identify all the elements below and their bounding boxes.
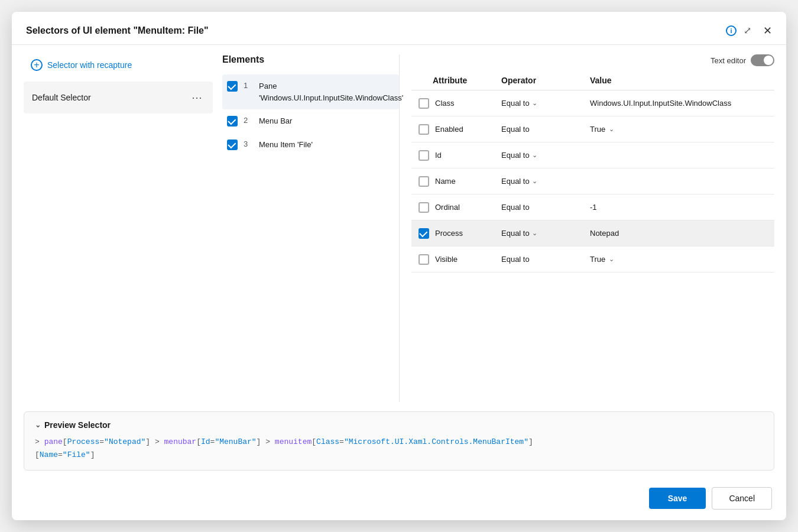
operator-select[interactable]: Equal to ⌄ bbox=[501, 151, 576, 160]
attr-name: Id bbox=[435, 151, 442, 160]
value-column-header: Value bbox=[583, 71, 774, 90]
preview-header[interactable]: ⌄ Preview Selector bbox=[35, 420, 763, 430]
value-with-dropdown[interactable]: True⌄ bbox=[590, 125, 767, 134]
attr-operator-cell: Equal to bbox=[494, 246, 583, 273]
close-icon[interactable]: ✕ bbox=[761, 23, 774, 38]
attr-operator-cell: Equal to bbox=[494, 194, 583, 220]
code-bracket3: [ bbox=[196, 437, 201, 446]
attr-checkbox-0[interactable] bbox=[419, 98, 429, 109]
attributes-table: Attribute Operator Value Class bbox=[411, 71, 774, 273]
attr-name-cell: Id bbox=[411, 142, 494, 168]
value-text: True bbox=[590, 255, 605, 264]
value-text: Notepad bbox=[590, 229, 619, 238]
code-bracket4: ] bbox=[257, 437, 261, 446]
attr-value-cell bbox=[583, 142, 774, 168]
code-gt3: > bbox=[265, 437, 270, 446]
attr-operator-cell: Equal to bbox=[494, 116, 583, 142]
attr-value-cell: True⌄ bbox=[583, 246, 774, 273]
code-file: "File" bbox=[63, 450, 90, 459]
attr-name-cell: Ordinal bbox=[411, 194, 494, 220]
attr-checkbox-5[interactable] bbox=[419, 228, 429, 239]
operator-chevron: ⌄ bbox=[532, 99, 537, 107]
attr-name: Class bbox=[435, 99, 455, 108]
attribute-row[interactable]: Visible Equal to True⌄ bbox=[411, 246, 774, 273]
attr-operator-cell: Equal to ⌄ bbox=[494, 90, 583, 116]
attr-checkbox-3[interactable] bbox=[419, 176, 429, 187]
value-text: True bbox=[590, 125, 605, 134]
code-bracket7: [ bbox=[35, 450, 40, 459]
attr-value-cell: Notepad bbox=[583, 220, 774, 246]
left-panel: + Selector with recapture Default Select… bbox=[24, 54, 213, 402]
operator-value: Equal to bbox=[501, 99, 530, 108]
attr-checkbox-6[interactable] bbox=[419, 254, 429, 265]
operator-chevron: ⌄ bbox=[532, 151, 537, 159]
selector-item[interactable]: Default Selector ⋯ bbox=[24, 84, 213, 111]
expand-icon[interactable]: ⤢ bbox=[741, 22, 754, 38]
element-checkbox-2[interactable] bbox=[227, 140, 238, 150]
operator-value: Equal to bbox=[501, 151, 530, 160]
code-eq1: = bbox=[99, 437, 104, 446]
operator-select[interactable]: Equal to ⌄ bbox=[501, 177, 576, 186]
code-bracket1: [ bbox=[63, 437, 67, 446]
attr-name-cell: Enabled bbox=[411, 116, 494, 142]
value-with-dropdown[interactable]: True⌄ bbox=[590, 255, 767, 264]
attr-name-cell: Visible bbox=[411, 246, 494, 273]
operator-value: Equal to bbox=[501, 229, 530, 238]
dialog-title: Selectors of UI element "MenuItem: File" bbox=[26, 25, 718, 36]
attribute-row[interactable]: Id Equal to ⌄ bbox=[411, 142, 774, 168]
operator-column-header: Operator bbox=[494, 71, 583, 90]
operator-chevron: ⌄ bbox=[532, 177, 537, 185]
attr-checkbox-4[interactable] bbox=[419, 202, 429, 213]
attribute-row[interactable]: Ordinal Equal to -1 bbox=[411, 194, 774, 220]
value-text: -1 bbox=[590, 203, 597, 212]
element-item[interactable]: 2 Menu Bar bbox=[222, 109, 399, 133]
code-id: Id bbox=[201, 437, 210, 446]
elements-header: Elements bbox=[222, 54, 399, 67]
save-button[interactable]: Save bbox=[649, 488, 706, 509]
attribute-row[interactable]: Name Equal to ⌄ bbox=[411, 168, 774, 194]
add-selector-label: Selector with recapture bbox=[47, 60, 132, 70]
middle-panel: Elements 1 Pane 'Windows.UI.Input.InputS… bbox=[222, 54, 400, 402]
attr-checkbox-1[interactable] bbox=[419, 124, 429, 135]
attribute-row[interactable]: Class Equal to ⌄ Windows.UI.Input.InputS… bbox=[411, 90, 774, 116]
element-label: Menu Item 'File' bbox=[259, 139, 313, 151]
value-chevron: ⌄ bbox=[609, 255, 614, 263]
code-menubar: menubar bbox=[164, 437, 197, 446]
code-menuitem: menuitem bbox=[275, 437, 312, 446]
value-chevron: ⌄ bbox=[609, 125, 614, 133]
operator-select[interactable]: Equal to ⌄ bbox=[501, 99, 576, 108]
attr-checkbox-2[interactable] bbox=[419, 150, 429, 161]
attr-name: Name bbox=[435, 177, 456, 186]
element-item[interactable]: 3 Menu Item 'File' bbox=[222, 133, 399, 157]
dialog-header: Selectors of UI element "MenuItem: File"… bbox=[12, 12, 786, 45]
element-number: 2 bbox=[244, 115, 253, 125]
attr-operator-cell: Equal to ⌄ bbox=[494, 142, 583, 168]
element-number: 3 bbox=[244, 139, 253, 148]
attribute-row[interactable]: Enabled Equal to True⌄ bbox=[411, 116, 774, 142]
element-checkbox-0[interactable] bbox=[227, 81, 238, 92]
selector-list: Default Selector ⋯ bbox=[24, 82, 213, 113]
element-label: Menu Bar bbox=[259, 115, 292, 127]
text-editor-label: Text editor bbox=[711, 56, 746, 65]
element-label: Pane 'Windows.UI.Input.InputSite.WindowC… bbox=[259, 80, 403, 103]
more-options-icon[interactable]: ⋯ bbox=[189, 90, 205, 105]
code-eq4: = bbox=[58, 450, 63, 459]
text-editor-toggle[interactable] bbox=[751, 54, 774, 66]
right-header: Text editor bbox=[411, 54, 774, 66]
element-item[interactable]: 1 Pane 'Windows.UI.Input.InputSite.Windo… bbox=[222, 74, 399, 109]
add-selector-button[interactable]: + Selector with recapture bbox=[24, 54, 213, 76]
element-checkbox-1[interactable] bbox=[227, 116, 238, 126]
cancel-button[interactable]: Cancel bbox=[712, 487, 772, 510]
attr-value-cell: True⌄ bbox=[583, 116, 774, 142]
attr-name: Visible bbox=[435, 255, 458, 264]
info-icon[interactable]: i bbox=[726, 25, 737, 36]
code-bracket2: ] bbox=[145, 437, 150, 446]
operator-chevron: ⌄ bbox=[532, 229, 537, 237]
dialog-body: + Selector with recapture Default Select… bbox=[12, 45, 786, 411]
attribute-row[interactable]: Process Equal to ⌄ Notepad bbox=[411, 220, 774, 246]
code-menubar-val: "MenuBar" bbox=[215, 437, 256, 446]
operator-value: Equal to bbox=[501, 203, 530, 212]
operator-select[interactable]: Equal to ⌄ bbox=[501, 229, 576, 238]
toggle-knob bbox=[764, 56, 773, 65]
attr-name: Ordinal bbox=[435, 203, 460, 212]
